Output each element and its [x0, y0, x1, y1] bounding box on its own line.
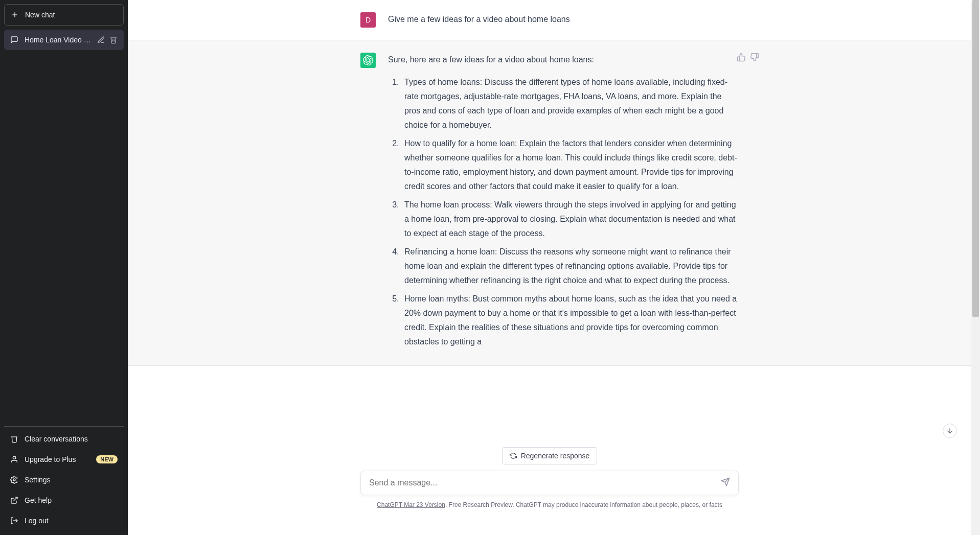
- new-badge: NEW: [96, 455, 118, 463]
- plus-icon: [11, 11, 19, 19]
- gear-icon: [10, 476, 18, 484]
- help-button[interactable]: Get help: [4, 490, 124, 510]
- openai-icon: [363, 55, 373, 65]
- upgrade-button[interactable]: Upgrade to Plus NEW: [4, 449, 124, 470]
- message-input-box[interactable]: [360, 471, 739, 495]
- main-area: D Give me a few ideas for a video about …: [128, 0, 971, 535]
- scrollbar-thumb[interactable]: [972, 0, 979, 317]
- conversation-actions: [97, 36, 118, 44]
- message-input[interactable]: [369, 478, 714, 487]
- user-avatar: D: [360, 12, 376, 28]
- external-link-icon: [10, 496, 18, 504]
- regenerate-button[interactable]: Regenerate response: [502, 447, 598, 464]
- clear-conversations-button[interactable]: Clear conversations: [4, 429, 124, 449]
- input-area: Regenerate response ChatGPT Mar 23 Versi…: [128, 435, 971, 535]
- logout-label: Log out: [25, 517, 49, 525]
- conversation-title: Home Loan Video Idea: [25, 36, 91, 44]
- sidebar: New chat Home Loan Video Idea Clear conv…: [0, 0, 128, 535]
- send-icon: [721, 477, 730, 486]
- upgrade-label: Upgrade to Plus: [25, 455, 76, 463]
- clear-label: Clear conversations: [25, 435, 88, 443]
- regenerate-label: Regenerate response: [521, 452, 590, 460]
- settings-label: Settings: [25, 476, 51, 484]
- help-label: Get help: [25, 496, 52, 504]
- sidebar-bottom: Clear conversations Upgrade to Plus NEW …: [4, 426, 124, 531]
- list-item: The home loan process: Walk viewers thro…: [401, 198, 739, 241]
- assistant-list: Types of home loans: Discuss the differe…: [388, 75, 739, 349]
- user-message-row: D Give me a few ideas for a video about …: [128, 0, 971, 40]
- list-item: Home loan myths: Bust common myths about…: [401, 292, 739, 349]
- feedback-buttons: [737, 53, 759, 62]
- assistant-intro-text: Sure, here are a few ideas for a video a…: [388, 53, 739, 67]
- send-button[interactable]: [719, 475, 732, 491]
- user-avatar-letter: D: [366, 16, 371, 24]
- svg-line-4: [14, 497, 17, 501]
- svg-point-3: [13, 479, 15, 481]
- footer-rest: . Free Research Preview. ChatGPT may pro…: [445, 501, 722, 508]
- svg-point-2: [13, 456, 15, 459]
- list-item: Refinancing a home loan: Discuss the rea…: [401, 245, 739, 288]
- person-icon: [10, 455, 18, 463]
- new-chat-label: New chat: [25, 11, 55, 19]
- user-message-text: Give me a few ideas for a video about ho…: [388, 12, 739, 28]
- assistant-avatar: [360, 53, 376, 68]
- logout-button[interactable]: Log out: [4, 510, 124, 531]
- list-item: How to qualify for a home loan: Explain …: [401, 136, 739, 194]
- edit-icon[interactable]: [97, 36, 105, 44]
- arrow-down-icon: [946, 427, 954, 435]
- page-scrollbar[interactable]: [971, 0, 980, 535]
- new-chat-button[interactable]: New chat: [4, 4, 124, 26]
- footer-note: ChatGPT Mar 23 Version. Free Research Pr…: [377, 501, 722, 508]
- trash-icon[interactable]: [109, 36, 118, 44]
- list-item: Types of home loans: Discuss the differe…: [401, 75, 739, 132]
- trash-icon: [10, 435, 18, 443]
- conversation-item[interactable]: Home Loan Video Idea: [4, 30, 124, 50]
- chat-icon: [10, 36, 18, 44]
- assistant-message-row: Sure, here are a few ideas for a video a…: [128, 40, 971, 366]
- conversation-list: Home Loan Video Idea: [4, 30, 124, 426]
- settings-button[interactable]: Settings: [4, 470, 124, 490]
- logout-icon: [10, 517, 18, 525]
- assistant-message-content: Sure, here are a few ideas for a video a…: [388, 53, 739, 353]
- refresh-icon: [510, 452, 517, 459]
- version-link[interactable]: ChatGPT Mar 23 Version: [377, 501, 445, 508]
- thumbs-down-icon[interactable]: [750, 53, 759, 62]
- thumbs-up-icon[interactable]: [737, 53, 746, 62]
